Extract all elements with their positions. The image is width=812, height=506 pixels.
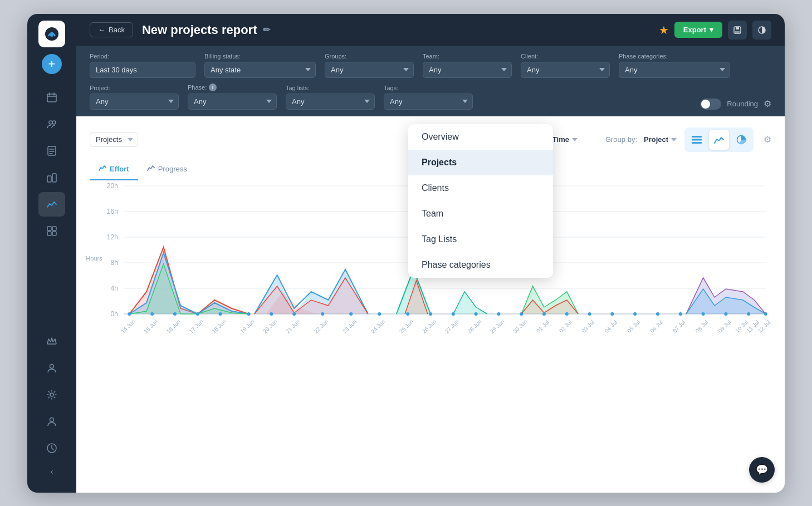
sidebar-item-analytics[interactable] (38, 192, 65, 217)
tab-effort[interactable]: Effort (90, 160, 138, 180)
svg-point-3 (49, 121, 52, 124)
svg-point-52 (196, 312, 199, 316)
sidebar-item-settings[interactable] (38, 382, 65, 407)
svg-text:24 Jun: 24 Jun (370, 318, 387, 335)
groupby-select[interactable]: Project (644, 135, 678, 144)
view-pie-button[interactable] (731, 130, 751, 150)
view-chart-button[interactable] (709, 130, 729, 150)
client-select[interactable]: Any (521, 62, 610, 78)
svg-point-70 (633, 312, 637, 316)
svg-point-49 (128, 312, 131, 316)
sidebar-item-dashboard[interactable] (38, 219, 65, 243)
chart-type-select[interactable]: Projects (90, 132, 138, 147)
groupby-label: Group by: (605, 135, 637, 144)
svg-point-64 (497, 312, 500, 316)
billing-filter: Billing status: Any state (204, 53, 316, 78)
sidebar-item-time[interactable] (38, 436, 65, 460)
svg-point-55 (270, 312, 273, 316)
dropdown-item-taglists[interactable]: Tag Lists (408, 227, 553, 252)
rounding-settings-icon[interactable]: ⚙ (764, 99, 771, 109)
svg-point-61 (429, 312, 432, 316)
sidebar-item-crown[interactable] (38, 329, 65, 353)
chat-bubble[interactable]: 💬 (749, 457, 775, 483)
project-filter: Project: Any (90, 85, 179, 110)
svg-point-12 (50, 364, 54, 368)
theme-button[interactable] (752, 21, 771, 40)
chat-icon: 💬 (756, 464, 768, 476)
rounding-label: Rounding (727, 100, 758, 108)
svg-point-51 (173, 312, 177, 316)
dropdown-item-projects[interactable]: Projects (408, 150, 553, 175)
svg-text:17 Jun: 17 Jun (188, 318, 205, 335)
svg-rect-11 (52, 232, 56, 235)
dropdown-item-phase-categories[interactable]: Phase categories (408, 252, 553, 278)
sidebar-item-members[interactable] (38, 356, 65, 380)
tags-label: Tags: (384, 85, 473, 91)
svg-rect-10 (47, 232, 51, 235)
svg-point-73 (702, 312, 705, 316)
svg-text:28 Jun: 28 Jun (466, 318, 483, 335)
tab-progress[interactable]: Progress (138, 160, 196, 180)
dropdown-item-clients[interactable]: Clients (408, 175, 553, 201)
back-button[interactable]: ← Back (90, 22, 133, 37)
svg-text:26 Jun: 26 Jun (421, 318, 438, 335)
svg-text:4h: 4h (110, 284, 118, 292)
svg-text:16h: 16h (107, 208, 118, 215)
svg-point-67 (565, 312, 569, 316)
team-select[interactable]: Any (423, 62, 512, 78)
svg-text:8h: 8h (110, 259, 118, 267)
sidebar-item-reports[interactable] (38, 139, 65, 163)
svg-text:18 Jun: 18 Jun (211, 318, 227, 335)
dropdown-item-team[interactable]: Team (408, 201, 553, 227)
edit-icon[interactable]: ✏ (263, 24, 270, 35)
filter-row-1: Period: Billing status: Any state Groups… (90, 53, 771, 78)
svg-point-56 (292, 312, 296, 316)
add-button[interactable]: + (42, 54, 62, 74)
period-filter: Period: (90, 53, 195, 78)
svg-text:08 Jul: 08 Jul (694, 319, 710, 334)
export-button[interactable]: Export ▾ (674, 22, 722, 38)
svg-text:12h: 12h (107, 233, 118, 241)
rounding-toggle[interactable] (700, 99, 721, 110)
svg-marker-44 (453, 292, 505, 314)
sidebar-item-profile[interactable] (38, 409, 65, 434)
period-input[interactable] (90, 62, 195, 78)
groups-select[interactable]: Any (325, 62, 414, 78)
taglists-select[interactable]: Any (286, 94, 375, 110)
dropdown-item-overview[interactable]: Overview (408, 124, 553, 150)
back-label: Back (109, 26, 125, 34)
svg-text:06 Jul: 06 Jul (649, 319, 664, 334)
topbar-actions: ★ Export ▾ (659, 21, 771, 40)
billing-select[interactable]: Any state (204, 62, 316, 78)
svg-rect-20 (692, 136, 702, 137)
svg-text:0h: 0h (110, 310, 118, 318)
svg-rect-21 (692, 139, 702, 140)
billing-label: Billing status: (204, 53, 316, 60)
svg-text:20 Jun: 20 Jun (262, 318, 278, 335)
svg-point-54 (247, 312, 251, 316)
svg-text:16 Jun: 16 Jun (165, 318, 182, 335)
svg-text:22 Jun: 22 Jun (313, 318, 330, 335)
tags-select[interactable]: Any (384, 94, 473, 110)
sidebar-item-projects[interactable] (38, 165, 65, 190)
project-select[interactable]: Any (90, 94, 179, 110)
svg-text:19 Jun: 19 Jun (239, 318, 256, 335)
svg-rect-17 (736, 27, 739, 30)
sidebar-item-calendar[interactable] (38, 85, 65, 110)
phase-categories-select[interactable]: Any (619, 62, 730, 78)
sidebar-item-team[interactable] (38, 112, 65, 136)
taglists-label: Tag lists: (286, 85, 375, 91)
svg-point-53 (219, 312, 222, 316)
period-label: Period: (90, 53, 195, 60)
star-icon[interactable]: ★ (659, 23, 669, 37)
filters-bar: Period: Billing status: Any state Groups… (76, 46, 785, 116)
save-button[interactable] (728, 21, 747, 40)
progress-icon (147, 164, 155, 174)
phase-select[interactable]: Any (188, 94, 277, 110)
sidebar-collapse-btn[interactable]: ‹ (38, 463, 65, 480)
sidebar: + (27, 14, 76, 493)
metric-select[interactable]: Time (552, 135, 579, 144)
svg-point-72 (679, 312, 682, 316)
view-list-button[interactable] (687, 130, 707, 150)
chart-settings-icon[interactable]: ⚙ (764, 134, 771, 145)
